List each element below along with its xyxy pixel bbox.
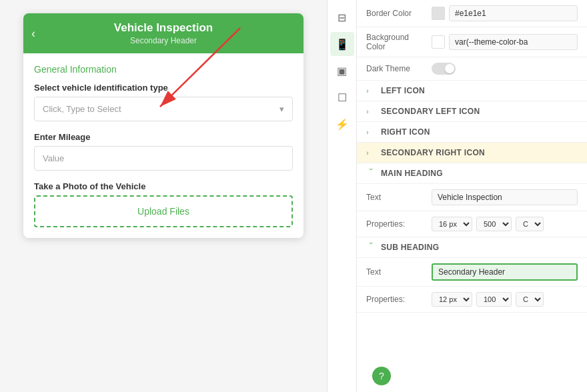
section-main-heading[interactable]: › MAIN HEADING bbox=[357, 163, 587, 184]
chevron-right-icon-2: › bbox=[366, 107, 377, 115]
main-heading-weight-select[interactable]: 500 bbox=[476, 217, 512, 231]
sub-heading-align-select[interactable]: C bbox=[516, 292, 544, 307]
sub-heading-text-row: Text bbox=[357, 258, 587, 287]
bg-color-row: Background Color var(--theme-color-ba bbox=[357, 27, 587, 57]
dark-theme-toggle[interactable] bbox=[432, 63, 456, 75]
mobile-subtitle: Secondary Header bbox=[130, 36, 197, 45]
main-heading-props-label: Properties: bbox=[366, 219, 426, 229]
section-title: General Information bbox=[34, 64, 293, 75]
section-secondary-left-icon[interactable]: › SECONDARY LEFT ICON bbox=[357, 101, 587, 122]
field2-label: Enter Mileage bbox=[34, 132, 293, 142]
mileage-input[interactable]: Value bbox=[34, 146, 293, 171]
upload-button[interactable]: Upload Files bbox=[34, 195, 293, 227]
border-color-row: Border Color #e1e1e1 bbox=[357, 0, 587, 27]
main-heading-text-input[interactable]: Vehicle Inspection bbox=[432, 189, 578, 205]
chevron-down-icon-1: › bbox=[368, 168, 376, 179]
settings-panel: ⊟ 📱 ▣ ☐ ⚡ Border Color #e1e1e1 Backgroun… bbox=[327, 0, 587, 392]
sub-heading-text-label: Text bbox=[366, 267, 426, 277]
bg-color-label: Background Color bbox=[366, 33, 426, 51]
sub-heading-props-row: Properties: 12 px 100 C bbox=[357, 287, 587, 313]
left-icon-label: LEFT ICON bbox=[381, 86, 425, 95]
border-color-value: #e1e1e1 bbox=[432, 5, 578, 21]
back-button[interactable]: ‹ bbox=[31, 27, 35, 41]
mobile-title: Vehicle Inspection bbox=[114, 21, 213, 35]
secondary-right-icon-label: SECONDARY RIGHT ICON bbox=[381, 148, 485, 157]
mobile-header: ‹ Vehicle Inspection Secondary Header bbox=[23, 13, 304, 53]
mobile-icon: 📱 bbox=[336, 38, 349, 51]
bg-color-value: var(--theme-color-ba bbox=[432, 34, 578, 50]
chevron-down-icon-2: › bbox=[368, 242, 376, 253]
section-right-icon[interactable]: › RIGHT ICON bbox=[357, 122, 587, 143]
border-color-text[interactable]: #e1e1e1 bbox=[449, 5, 578, 21]
sub-heading-weight-select[interactable]: 100 bbox=[476, 292, 512, 307]
tab-tablet[interactable]: ▣ bbox=[330, 59, 354, 83]
main-heading-text-label: Text bbox=[366, 193, 426, 202]
mileage-placeholder: Value bbox=[43, 153, 64, 163]
border-color-swatch[interactable] bbox=[432, 7, 445, 20]
mobile-frame: ‹ Vehicle Inspection Secondary Header Ge… bbox=[23, 13, 304, 238]
field1-label: Select vehicle identification type bbox=[34, 83, 293, 93]
bg-color-text[interactable]: var(--theme-color-ba bbox=[449, 34, 578, 50]
phone-icon: ☐ bbox=[338, 91, 347, 104]
section-left-icon[interactable]: › LEFT ICON bbox=[357, 81, 587, 101]
tab-bolt[interactable]: ⚡ bbox=[330, 112, 354, 136]
main-heading-label: MAIN HEADING bbox=[381, 169, 443, 178]
settings-content: Border Color #e1e1e1 Background Color va… bbox=[357, 0, 587, 392]
field3-label: Take a Photo of the Vehicle bbox=[34, 181, 293, 191]
icon-tabs: ⊟ 📱 ▣ ☐ ⚡ bbox=[328, 0, 357, 392]
help-button[interactable]: ? bbox=[372, 367, 391, 385]
sub-heading-props-value: 12 px 100 C bbox=[432, 292, 578, 307]
tab-layout[interactable]: ⊟ bbox=[330, 5, 354, 29]
main-heading-props-value: 16 px 500 C bbox=[432, 217, 578, 231]
sub-heading-props-label: Properties: bbox=[366, 295, 426, 304]
main-heading-size-select[interactable]: 16 px bbox=[432, 217, 472, 231]
main-heading-props-row: Properties: 16 px 500 C bbox=[357, 211, 587, 237]
main-heading-align-select[interactable]: C bbox=[516, 217, 544, 231]
section-sub-heading[interactable]: › SUB HEADING bbox=[357, 237, 587, 258]
sub-heading-text-input[interactable] bbox=[432, 263, 578, 281]
secondary-left-icon-label: SECONDARY LEFT ICON bbox=[381, 107, 480, 116]
chevron-down-icon: ▾ bbox=[279, 104, 284, 114]
tablet-icon: ▣ bbox=[337, 65, 347, 77]
sub-heading-text-value bbox=[432, 263, 578, 281]
dark-theme-toggle-wrap bbox=[432, 63, 578, 75]
dark-theme-label: Dark Theme bbox=[366, 64, 426, 73]
sub-heading-label: SUB HEADING bbox=[381, 243, 439, 252]
chevron-right-icon-3: › bbox=[366, 128, 377, 136]
bolt-icon: ⚡ bbox=[336, 118, 349, 131]
select-placeholder: Click, Type to Select bbox=[43, 104, 121, 114]
layout-icon: ⊟ bbox=[338, 11, 346, 24]
main-heading-text-value: Vehicle Inspection bbox=[432, 189, 578, 205]
tab-phone[interactable]: ☐ bbox=[330, 85, 354, 109]
border-color-label: Border Color bbox=[366, 9, 426, 18]
sub-heading-size-select[interactable]: 12 px bbox=[432, 292, 472, 307]
bg-color-swatch[interactable] bbox=[432, 35, 445, 49]
chevron-right-icon-4: › bbox=[366, 149, 377, 157]
mobile-preview-panel: ‹ Vehicle Inspection Secondary Header Ge… bbox=[0, 0, 327, 251]
mobile-content: General Information Select vehicle ident… bbox=[23, 53, 304, 238]
vehicle-type-select[interactable]: Click, Type to Select ▾ bbox=[34, 97, 293, 121]
main-heading-text-row: Text Vehicle Inspection bbox=[357, 184, 587, 211]
dark-theme-row: Dark Theme bbox=[357, 57, 587, 81]
section-secondary-right-icon[interactable]: › SECONDARY RIGHT ICON bbox=[357, 143, 587, 163]
tab-mobile[interactable]: 📱 bbox=[330, 32, 354, 56]
right-icon-label: RIGHT ICON bbox=[381, 127, 430, 137]
chevron-right-icon: › bbox=[366, 87, 377, 95]
